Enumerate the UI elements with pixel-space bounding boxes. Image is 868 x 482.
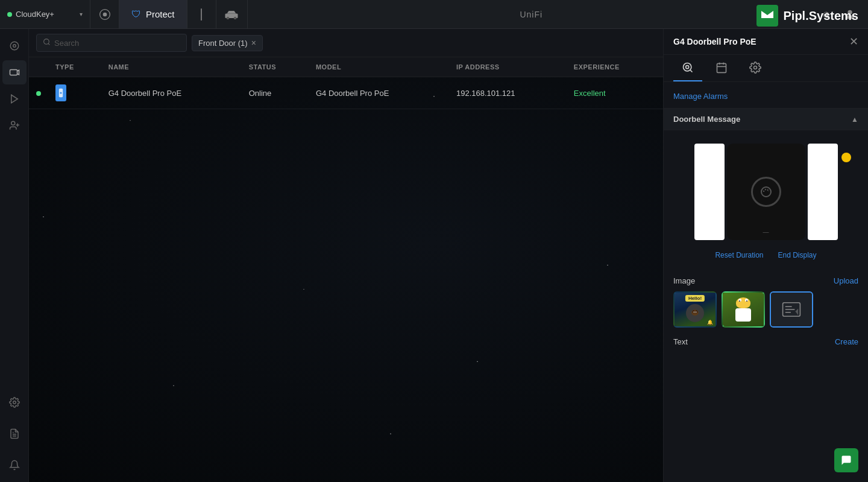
svg-point-29: [696, 310, 697, 313]
doorbell-message-section-header[interactable]: Doorbell Message ▲: [664, 108, 868, 130]
row-type-cell: [48, 77, 101, 109]
svg-rect-3: [201, 8, 202, 21]
svg-point-25: [754, 66, 757, 69]
cloudkey-status-dot: [7, 12, 12, 17]
carousel-main: —: [727, 144, 805, 240]
carousel-main-inner: [751, 177, 781, 207]
upload-button[interactable]: Upload: [834, 276, 858, 285]
panel-header: G4 Doorbell Pro PoE ✕: [664, 29, 868, 55]
image-thumb-3[interactable]: [770, 291, 813, 328]
panel-close-button[interactable]: ✕: [849, 36, 858, 47]
image-section: Image Upload Hello!: [664, 269, 868, 335]
row-ip-cell: 192.168.101.121: [449, 77, 567, 109]
image-thumb-1[interactable]: Hello! 🔔: [673, 291, 717, 328]
panel-title: G4 Doorbell Pro PoE: [673, 37, 756, 46]
col-type: Type: [48, 57, 101, 77]
search-icon: [43, 38, 51, 48]
panel-tab-schedule[interactable]: [707, 55, 736, 81]
svg-point-13: [13, 401, 16, 404]
image-section-header: Image Upload: [673, 276, 858, 285]
unifi-title: UniFi: [520, 10, 542, 19]
brand-logo-icon: [756, 5, 778, 27]
cloudkey-chevron-icon: ▾: [80, 11, 83, 17]
svg-rect-10: [10, 70, 17, 75]
cloudkey-selector[interactable]: CloudKey+ ▾: [0, 0, 90, 28]
manage-alarms-link[interactable]: Manage Alarms: [664, 89, 868, 108]
filter-tag-label: Front Door (1): [198, 39, 248, 48]
svg-point-31: [696, 312, 697, 313]
panel-tab-overview[interactable]: [673, 55, 702, 81]
col-experience: Experience: [567, 57, 663, 77]
svg-point-20: [686, 66, 689, 69]
svg-point-5: [227, 16, 230, 19]
row-status-cell: Online: [242, 77, 309, 109]
svg-rect-21: [717, 63, 726, 72]
col-status: [29, 57, 48, 77]
sidebar: [0, 29, 29, 482]
carousel-dot: —: [763, 229, 769, 235]
divider-icon-button[interactable]: [187, 0, 216, 28]
protect-label: Protect: [146, 9, 175, 19]
right-panel: G4 Doorbell Pro PoE ✕: [663, 29, 868, 482]
row-name-cell: G4 Doorbell Pro PoE: [101, 77, 242, 109]
filter-tag: Front Door (1) ×: [192, 35, 263, 51]
svg-point-28: [693, 310, 694, 313]
devices-list: Type Name Status Model IP Address Experi…: [29, 57, 663, 109]
sidebar-item-cameras[interactable]: [2, 60, 27, 84]
status-online-dot: [36, 91, 41, 96]
svg-point-12: [11, 121, 14, 125]
protect-tab[interactable]: 🛡 Protect: [119, 0, 187, 28]
create-button[interactable]: Create: [835, 337, 858, 346]
panel-tab-settings[interactable]: [741, 55, 770, 81]
table-row[interactable]: G4 Doorbell Pro PoE Online G4 Doorbell P…: [29, 77, 663, 109]
image-thumb-2[interactable]: [722, 291, 765, 328]
text-section: Text Create: [664, 335, 868, 354]
svg-point-19: [684, 63, 691, 71]
filter-tag-close-button[interactable]: ×: [251, 39, 256, 47]
svg-point-30: [694, 312, 695, 313]
carousel-side-left: [694, 144, 725, 240]
panel-tabs: [664, 55, 868, 82]
vehicle-icon-button[interactable]: [216, 0, 248, 28]
search-input[interactable]: [54, 39, 180, 48]
col-name: Name: [101, 57, 242, 77]
panel-body: Manage Alarms Doorbell Message ▲: [664, 82, 868, 482]
end-display-button[interactable]: End Display: [778, 251, 817, 259]
device-icon-cell: [55, 84, 94, 101]
topbar-left: CloudKey+ ▾ 🛡 Protect: [0, 0, 248, 28]
brand-watermark: Pipl.Systems: [756, 5, 858, 27]
image-thumbnails: Hello! 🔔: [673, 291, 858, 328]
image-section-title: Image: [673, 276, 695, 285]
content-area: Front Door (1) × Type Name Status Model …: [29, 29, 663, 482]
floating-action-button[interactable]: [834, 448, 858, 472]
svg-point-18: [60, 92, 61, 94]
sidebar-item-playback[interactable]: [2, 87, 27, 111]
brand-name: Pipl.Systems: [783, 9, 858, 23]
row-model-cell: G4 Doorbell Pro PoE: [309, 77, 449, 109]
sidebar-item-home[interactable]: [2, 34, 27, 58]
col-model: Model: [309, 57, 449, 77]
reset-duration-button[interactable]: Reset Duration: [715, 251, 763, 259]
doorbell-carousel: —: [664, 138, 868, 246]
topbar-center: UniFi: [248, 10, 815, 19]
svg-point-8: [10, 42, 19, 50]
sidebar-item-alerts[interactable]: [2, 453, 27, 477]
device-type-icon: [55, 84, 66, 101]
sidebar-item-users[interactable]: [2, 113, 27, 138]
protect-shield-icon: 🛡: [131, 9, 141, 20]
text-section-title: Text: [673, 337, 688, 346]
row-experience-cell: Excellent: [567, 77, 663, 109]
carousel-side-right: [808, 144, 838, 240]
section-chevron-icon: ▲: [851, 115, 858, 124]
svg-point-9: [13, 45, 16, 48]
table-header-row: Type Name Status Model IP Address Experi…: [29, 57, 663, 77]
search-box[interactable]: [36, 34, 187, 52]
col-ip: IP Address: [449, 57, 567, 77]
sidebar-item-settings[interactable]: [2, 390, 27, 414]
section-title: Doorbell Message: [673, 115, 740, 124]
svg-point-6: [234, 16, 237, 19]
svg-point-16: [44, 39, 49, 45]
sidebar-item-logs[interactable]: [2, 422, 27, 446]
svg-point-27: [691, 309, 699, 316]
record-icon-button[interactable]: [90, 0, 119, 28]
